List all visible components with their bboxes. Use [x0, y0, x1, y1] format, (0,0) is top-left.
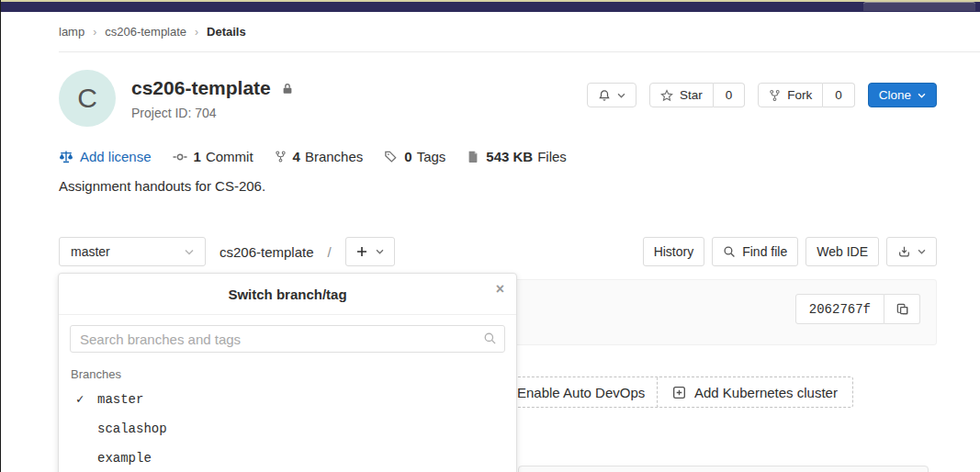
- history-button-label: History: [654, 244, 694, 259]
- search-icon: [723, 245, 736, 258]
- tag-icon: [384, 150, 398, 163]
- path-separator: /: [328, 244, 332, 260]
- copy-sha-button[interactable]: [884, 294, 920, 324]
- avatar-letter: C: [77, 83, 97, 114]
- chevron-down-icon: [185, 249, 194, 255]
- dropdown-title: Switch branch/tag: [228, 287, 346, 302]
- add-license-link[interactable]: Add license: [59, 149, 152, 164]
- files-stat[interactable]: 543 KB Files: [467, 149, 567, 164]
- add-kubernetes-cluster-button[interactable]: Add Kubernetes cluster: [657, 376, 853, 408]
- branch-search-input[interactable]: [70, 325, 505, 353]
- dropdown-header: Switch branch/tag ×: [59, 274, 516, 315]
- star-button-group: Star 0: [649, 83, 745, 107]
- breadcrumb-group[interactable]: lamp: [59, 25, 84, 39]
- find-file-label: Find file: [742, 244, 787, 259]
- download-dropdown-button[interactable]: [886, 237, 937, 266]
- web-ide-label: Web IDE: [817, 244, 868, 259]
- commit-icon: [173, 150, 187, 164]
- search-icon: [483, 332, 497, 345]
- branch-icon: [275, 150, 287, 163]
- dropdown-search-wrap: [70, 325, 505, 353]
- project-avatar: C: [59, 70, 116, 127]
- chevron-down-icon: [617, 93, 625, 98]
- private-lock-icon: [281, 82, 294, 96]
- breadcrumb-divider: [59, 51, 980, 52]
- fork-icon: [769, 89, 781, 102]
- file-table-header-edge: [518, 466, 929, 472]
- gitlab-project-page: lamp › cs206-template › Details C cs206-…: [0, 0, 980, 472]
- commit-sha: 2062767f: [795, 294, 884, 324]
- breadcrumb-project[interactable]: cs206-template: [105, 25, 186, 39]
- branch-switcher-dropdown: Switch branch/tag × Branches ✓ master sc…: [58, 273, 517, 472]
- commits-stat[interactable]: 1 Commit: [173, 149, 253, 164]
- star-button[interactable]: Star: [649, 83, 714, 107]
- star-count[interactable]: 0: [714, 83, 746, 107]
- breadcrumb-current: Details: [207, 25, 246, 39]
- clone-dropdown-button[interactable]: Clone: [868, 83, 937, 107]
- files-label: Files: [537, 149, 567, 164]
- find-file-button[interactable]: Find file: [712, 237, 798, 266]
- branch-item-label: example: [97, 451, 152, 466]
- plus-icon: [356, 246, 367, 257]
- plus-square-icon: [672, 386, 686, 399]
- branch-item-label: scalashop: [97, 421, 167, 436]
- file-icon: [467, 150, 479, 163]
- breadcrumb: lamp › cs206-template › Details: [59, 25, 246, 39]
- file-nav-right: History Find file Web IDE: [643, 237, 937, 266]
- fork-button-group: Fork 0: [758, 83, 855, 107]
- branch-selector[interactable]: master: [59, 237, 206, 266]
- notifications-dropdown-button[interactable]: [587, 83, 636, 107]
- navbar-search-input[interactable]: [863, 2, 975, 11]
- project-actions: Star 0 Fork 0 Clone: [587, 83, 937, 107]
- branch-item-scalashop[interactable]: scalashop: [59, 414, 516, 444]
- kubernetes-label: Add Kubernetes cluster: [694, 385, 838, 400]
- tag-label: Tags: [417, 149, 446, 164]
- clipboard-copy-icon: [896, 302, 909, 316]
- chevron-down-icon: [376, 249, 384, 254]
- project-description: Assignment handouts for CS-206.: [59, 178, 265, 194]
- branch-item-example[interactable]: example: [59, 444, 516, 472]
- branch-label: Branches: [305, 149, 363, 164]
- chevron-down-icon: [918, 249, 926, 254]
- repo-path-crumb[interactable]: cs206-template: [220, 244, 314, 260]
- files-size: 543 KB: [486, 149, 533, 164]
- add-file-dropdown-button[interactable]: [345, 237, 395, 266]
- breadcrumb-separator: ›: [93, 26, 96, 39]
- close-icon[interactable]: ×: [496, 282, 504, 297]
- check-icon: ✓: [76, 391, 84, 407]
- project-id: Project ID: 704: [131, 106, 294, 120]
- star-icon: [660, 89, 673, 102]
- top-navbar: [1, 2, 980, 12]
- project-stats-row: Add license 1 Commit 4 Branches: [59, 149, 567, 164]
- branches-section-label: Branches: [71, 367, 516, 381]
- fork-button-label: Fork: [787, 88, 812, 102]
- project-title-block: cs206-template Project ID: 704: [131, 77, 294, 120]
- history-button[interactable]: History: [643, 237, 705, 266]
- star-button-label: Star: [680, 88, 703, 102]
- file-nav-left: master cs206-template /: [59, 237, 395, 266]
- branches-stat[interactable]: 4 Branches: [275, 149, 364, 164]
- commit-label: Commit: [206, 149, 253, 164]
- license-scale-icon: [59, 150, 73, 164]
- project-title: cs206-template: [131, 77, 271, 99]
- enable-auto-devops-button[interactable]: Enable Auto DevOps: [501, 376, 660, 408]
- tag-count: 0: [404, 149, 411, 164]
- fork-count[interactable]: 0: [823, 83, 855, 107]
- clone-button-label: Clone: [879, 88, 911, 102]
- commit-count: 1: [194, 149, 201, 164]
- auto-devops-label: Enable Auto DevOps: [517, 385, 645, 400]
- download-icon: [897, 245, 911, 258]
- breadcrumb-separator: ›: [195, 26, 198, 39]
- bell-icon: [598, 89, 611, 102]
- web-ide-button[interactable]: Web IDE: [805, 237, 879, 266]
- branch-item-label: master: [97, 392, 143, 407]
- fork-button[interactable]: Fork: [758, 83, 823, 107]
- branch-selector-value: master: [71, 244, 110, 259]
- tags-stat[interactable]: 0 Tags: [384, 149, 445, 164]
- branch-item-master[interactable]: ✓ master: [59, 385, 516, 414]
- chevron-down-icon: [918, 93, 926, 98]
- add-license-label: Add license: [80, 149, 152, 164]
- commit-sha-group: 2062767f: [795, 294, 920, 324]
- branch-count: 4: [293, 149, 300, 164]
